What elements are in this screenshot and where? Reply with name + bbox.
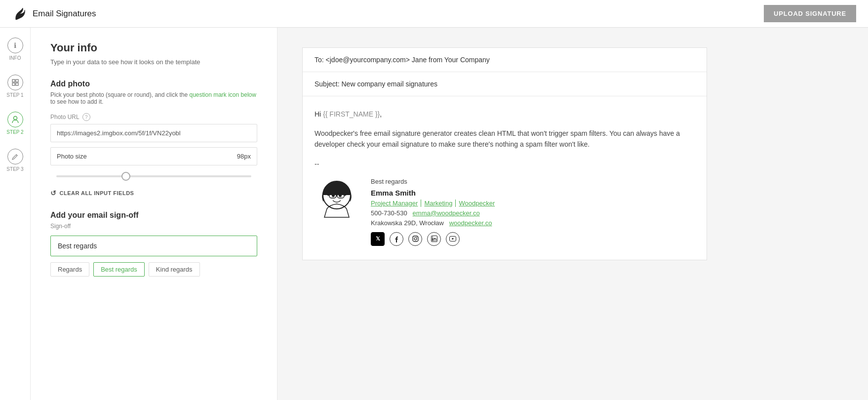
panel-subtitle: Type in your data to see how it looks on…	[50, 58, 257, 66]
sig-phone: 500-730-530	[371, 209, 407, 217]
logo: Email Signatures	[12, 6, 96, 22]
svg-point-18	[432, 237, 433, 238]
sidebar-item-info[interactable]: ℹ INFO	[7, 38, 23, 61]
email-to-value: <jdoe@yourcompany.com> Jane from Your Co…	[326, 56, 490, 64]
signoff-input[interactable]	[50, 236, 257, 256]
svg-line-12	[344, 195, 346, 196]
edit-icon	[12, 153, 19, 160]
info-icon: ℹ	[7, 38, 23, 53]
panel-title: Your info	[50, 41, 257, 54]
email-to-row: To: <jdoe@yourcompany.com> Jane from You…	[303, 48, 707, 72]
add-photo-title: Add photo	[50, 80, 257, 88]
sidebar: ℹ INFO Step 1 Step 2	[0, 28, 31, 400]
sig-role-1: Project Manager	[371, 200, 421, 207]
signoff-option-best-regards[interactable]: Best regards	[93, 262, 145, 277]
email-body-text: Woodpecker's free email signature genera…	[315, 128, 695, 150]
signoff-label: Sign-off	[50, 223, 257, 230]
photo-size-label: Photo size	[57, 153, 87, 160]
svg-point-7	[339, 194, 342, 197]
svg-rect-3	[16, 83, 18, 85]
svg-rect-2	[12, 83, 15, 85]
sidebar-item-step2-label: Step 2	[6, 129, 23, 135]
svg-line-11	[327, 195, 329, 196]
youtube-icon[interactable]	[446, 232, 460, 246]
logo-icon	[12, 6, 28, 22]
sig-name: Emma Smith	[371, 189, 498, 197]
email-subject-row: Subject: New company email signatures	[303, 72, 707, 96]
svg-rect-13	[413, 236, 418, 241]
sig-website[interactable]: woodpecker.co	[449, 219, 492, 227]
upload-signature-button[interactable]: UPLOAD SIGNATURE	[764, 5, 856, 22]
svg-point-14	[414, 238, 417, 240]
svg-rect-17	[432, 238, 433, 241]
help-icon[interactable]: ?	[82, 113, 90, 121]
signoff-section: Add your email sign-off Sign-off Regards…	[50, 211, 257, 277]
email-to-label: To:	[315, 56, 324, 64]
svg-point-6	[332, 194, 335, 197]
sig-roles: Project Manager Marketing Woodpecker	[371, 200, 498, 207]
step2-icon	[7, 112, 23, 127]
question-mark-link[interactable]: question mark icon below	[189, 91, 256, 98]
svg-rect-1	[16, 80, 18, 82]
avatar-illustration	[315, 178, 359, 222]
sig-role-2: Marketing	[424, 200, 456, 207]
sig-contact: 500-730-530 emma@woodpecker.co	[371, 209, 498, 217]
sig-address: Krakowska 29D, Wrocław woodpecker.co	[371, 219, 498, 227]
sidebar-item-step1-label: Step 1	[6, 92, 23, 98]
photo-size-row: Photo size 98px	[50, 147, 257, 165]
sidebar-item-step3[interactable]: Step 3	[6, 149, 23, 172]
svg-rect-0	[12, 80, 15, 82]
email-dash: --	[315, 160, 695, 168]
svg-point-4	[13, 117, 17, 120]
email-body: Hi {{ FIRST_NAME }}, Woodpecker's free e…	[303, 96, 707, 260]
signature-avatar	[315, 178, 359, 222]
svg-point-15	[416, 237, 417, 238]
app-title: Email Signatures	[33, 9, 96, 19]
signoff-option-kind-regards[interactable]: Kind regards	[149, 262, 200, 277]
add-photo-desc: Pick your best photo (square or round), …	[50, 91, 257, 105]
photo-size-slider-container	[50, 170, 257, 179]
template-icon	[12, 79, 19, 86]
photo-size-slider[interactable]	[56, 175, 251, 177]
signature-block: Best regards Emma Smith Project Manager …	[315, 178, 695, 246]
left-panel: Your info Type in your data to see how i…	[31, 28, 277, 400]
right-panel: To: <jdoe@yourcompany.com> Jane from You…	[277, 28, 868, 400]
add-photo-section: Add photo Pick your best photo (square o…	[50, 80, 257, 179]
instagram-icon[interactable]	[408, 232, 422, 246]
email-preview: To: <jdoe@yourcompany.com> Jane from You…	[302, 47, 707, 260]
sidebar-item-step3-label: Step 3	[6, 166, 23, 172]
signoff-option-regards[interactable]: Regards	[50, 262, 89, 277]
photo-url-input[interactable]	[50, 124, 257, 142]
clear-all-label: CLEAR ALL INPUT FIELDS	[60, 190, 134, 196]
photo-url-label-row: Photo URL ?	[50, 113, 257, 121]
sidebar-item-step2[interactable]: Step 2	[6, 112, 23, 135]
signature-info: Best regards Emma Smith Project Manager …	[371, 178, 498, 246]
signoff-options: Regards Best regards Kind regards	[50, 262, 257, 277]
email-subject-value: New company email signatures	[341, 80, 437, 88]
linkedin-icon[interactable]	[427, 232, 441, 246]
sig-role-3: Woodpecker	[459, 200, 498, 207]
sidebar-item-step1[interactable]: Step 1	[6, 75, 23, 98]
email-greeting: Hi {{ FIRST_NAME }},	[315, 110, 695, 118]
header: Email Signatures UPLOAD SIGNATURE	[0, 0, 868, 28]
email-subject-label: Subject:	[315, 80, 340, 88]
photo-size-value: 98px	[237, 153, 251, 160]
main-layout: ℹ INFO Step 1 Step 2	[0, 28, 868, 400]
sidebar-item-info-label: INFO	[9, 55, 21, 61]
step1-icon	[7, 75, 23, 90]
facebook-icon[interactable]	[390, 232, 403, 246]
first-name-placeholder: {{ FIRST_NAME }}	[323, 110, 380, 118]
clear-all-button[interactable]: ↺ CLEAR ALL INPUT FIELDS	[50, 189, 134, 197]
sig-address-text: Krakowska 29D, Wrocław	[371, 219, 444, 227]
refresh-icon: ↺	[50, 189, 57, 197]
person-icon	[12, 116, 19, 123]
sig-email[interactable]: emma@woodpecker.co	[413, 209, 480, 217]
sig-socials: 𝕏	[371, 232, 498, 246]
signoff-title: Add your email sign-off	[50, 211, 257, 220]
photo-url-label: Photo URL	[50, 114, 79, 120]
step3-icon	[7, 149, 23, 164]
sig-best-regards: Best regards	[371, 178, 498, 185]
twitter-x-icon[interactable]: 𝕏	[371, 232, 385, 246]
